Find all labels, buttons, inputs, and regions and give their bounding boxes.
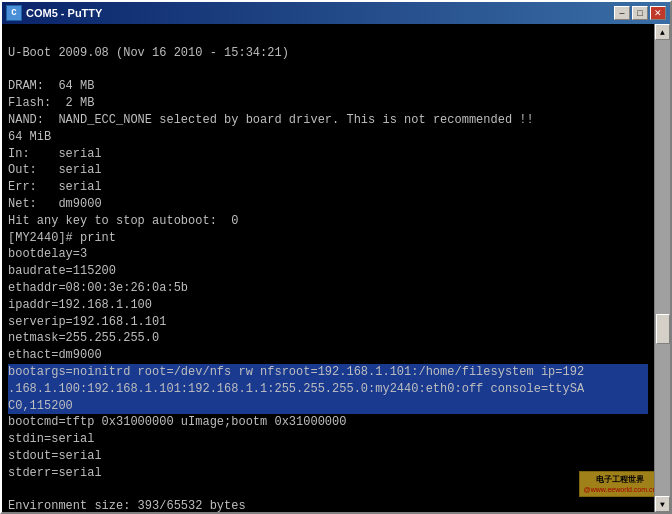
minimize-button[interactable]: – bbox=[614, 6, 630, 20]
app-icon: C bbox=[6, 5, 22, 21]
terminal-line-err: Err: serial bbox=[8, 179, 648, 196]
title-bar-left: C COM5 - PuTTY bbox=[6, 5, 102, 21]
close-button[interactable]: ✕ bbox=[650, 6, 666, 20]
terminal-line-envsize: Environment size: 393/65532 bytes bbox=[8, 498, 648, 512]
terminal-line-out: Out: serial bbox=[8, 162, 648, 179]
terminal-line-net: Net: dm9000 bbox=[8, 196, 648, 213]
terminal-line-stderr: stderr=serial bbox=[8, 465, 648, 482]
watermark: 电子工程世界 @www.eeworld.com.cn bbox=[590, 464, 650, 504]
terminal-line-ipaddr: ipaddr=192.168.1.100 bbox=[8, 297, 648, 314]
title-bar: C COM5 - PuTTY – □ ✕ bbox=[2, 2, 670, 24]
terminal-line-netmask: netmask=255.255.255.0 bbox=[8, 330, 648, 347]
window-title: COM5 - PuTTY bbox=[26, 7, 102, 19]
scroll-thumb[interactable] bbox=[656, 314, 670, 344]
terminal-line-bootargs1: bootargs=noinitrd root=/dev/nfs rw nfsro… bbox=[8, 364, 648, 381]
putty-window: C COM5 - PuTTY – □ ✕ U-Boot 2009.08 (Nov… bbox=[0, 0, 672, 514]
terminal-line-uboot: U-Boot 2009.08 (Nov 16 2010 - 15:34:21) bbox=[8, 45, 648, 62]
scroll-down-button[interactable]: ▼ bbox=[655, 496, 670, 512]
terminal-line-bootargs3: C0,115200 bbox=[8, 398, 648, 415]
terminal-line-blank1 bbox=[8, 28, 648, 45]
terminal-line-bootdelay: bootdelay=3 bbox=[8, 246, 648, 263]
terminal-line-stdout: stdout=serial bbox=[8, 448, 648, 465]
terminal-line-baudrate: baudrate=115200 bbox=[8, 263, 648, 280]
terminal-line-blank3 bbox=[8, 482, 648, 499]
terminal-line-bootcmd: bootcmd=tftp 0x31000000 uImage;bootm 0x3… bbox=[8, 414, 648, 431]
maximize-button[interactable]: □ bbox=[632, 6, 648, 20]
scroll-track[interactable] bbox=[655, 40, 670, 496]
scrollbar[interactable]: ▲ ▼ bbox=[654, 24, 670, 512]
terminal-line-flash: Flash: 2 MB bbox=[8, 95, 648, 112]
terminal-line-serverip: serverip=192.168.1.101 bbox=[8, 314, 648, 331]
watermark-text2: @www.eeworld.com.cn bbox=[584, 485, 654, 495]
terminal-line-bootargs2: .168.1.100:192.168.1.101:192.168.1.1:255… bbox=[8, 381, 648, 398]
terminal-line-64mib: 64 MiB bbox=[8, 129, 648, 146]
terminal-line-blank2 bbox=[8, 62, 648, 79]
terminal-area[interactable]: U-Boot 2009.08 (Nov 16 2010 - 15:34:21) … bbox=[2, 24, 654, 512]
scroll-up-button[interactable]: ▲ bbox=[655, 24, 670, 40]
terminal-line-autoboot: Hit any key to stop autoboot: 0 bbox=[8, 213, 648, 230]
terminal-line-ethaddr: ethaddr=08:00:3e:26:0a:5b bbox=[8, 280, 648, 297]
terminal-line-stdin: stdin=serial bbox=[8, 431, 648, 448]
terminal-line-ethact: ethact=dm9000 bbox=[8, 347, 648, 364]
watermark-text1: 电子工程世界 bbox=[596, 474, 644, 485]
app-icon-label: C bbox=[11, 8, 16, 18]
terminal-line-dram: DRAM: 64 MB bbox=[8, 78, 648, 95]
title-buttons: – □ ✕ bbox=[614, 6, 666, 20]
window-content: U-Boot 2009.08 (Nov 16 2010 - 15:34:21) … bbox=[2, 24, 670, 512]
terminal-line-print: [MY2440]# print bbox=[8, 230, 648, 247]
terminal-line-in: In: serial bbox=[8, 146, 648, 163]
watermark-box: 电子工程世界 @www.eeworld.com.cn bbox=[579, 471, 654, 498]
terminal-line-nand: NAND: NAND_ECC_NONE selected by board dr… bbox=[8, 112, 648, 129]
